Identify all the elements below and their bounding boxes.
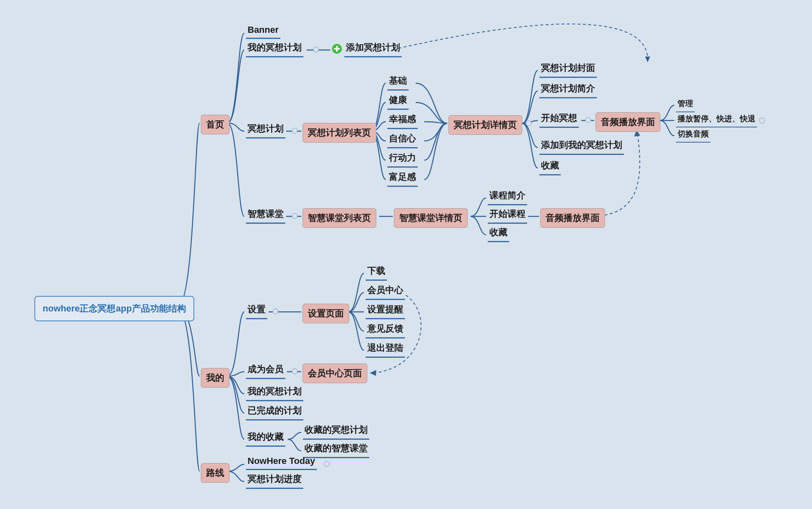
node-cat-basic[interactable]: 基础: [387, 74, 409, 91]
node-cat-confidence[interactable]: 自信心: [387, 132, 418, 148]
node-my-meditation-plan[interactable]: 我的冥想计划: [246, 41, 303, 57]
node-meditation-plan[interactable]: 冥想计划: [246, 122, 285, 139]
expander-icon[interactable]: [273, 309, 278, 314]
expander-icon[interactable]: [759, 118, 765, 123]
node-audio-player-1[interactable]: 音频播放界面: [596, 112, 660, 132]
node-set-reminder[interactable]: 设置提醒: [366, 302, 405, 319]
node-wisdom-class[interactable]: 智慧课堂: [246, 207, 285, 224]
svg-marker-2: [370, 370, 376, 376]
node-home[interactable]: 首页: [201, 115, 230, 134]
node-plan-progress[interactable]: 冥想计划进度: [246, 472, 303, 489]
node-cat-health[interactable]: 健康: [387, 93, 409, 110]
expander-icon[interactable]: [292, 128, 298, 134]
node-class-list[interactable]: 智慧课堂列表页: [303, 208, 376, 228]
expander-icon[interactable]: [292, 368, 298, 374]
node-plan-list[interactable]: 冥想计划列表页: [303, 123, 376, 143]
node-audio-manage[interactable]: 管理: [676, 98, 695, 112]
node-my-plan-2[interactable]: 我的冥想计划: [246, 384, 303, 401]
svg-marker-0: [645, 57, 650, 62]
node-become-vip[interactable]: 成为会员: [246, 362, 285, 379]
expander-icon[interactable]: [526, 120, 532, 126]
node-nowhere-today[interactable]: NowHere Today: [246, 455, 317, 470]
expander-icon[interactable]: [292, 213, 298, 219]
node-cat-wealth[interactable]: 富足感: [387, 170, 418, 187]
node-set-vip[interactable]: 会员中心: [366, 283, 405, 300]
node-course-fav[interactable]: 收藏: [488, 225, 509, 242]
node-vip-page[interactable]: 会员中心页面: [303, 364, 367, 383]
node-set-logout[interactable]: 退出登陆: [366, 341, 405, 358]
node-plan-fav[interactable]: 收藏: [539, 159, 561, 175]
node-fav-plans[interactable]: 收藏的冥想计划: [303, 423, 369, 440]
node-banner[interactable]: Banner: [246, 24, 280, 39]
node-settings-page[interactable]: 设置页面: [303, 304, 349, 323]
node-my-fav[interactable]: 我的收藏: [246, 430, 285, 447]
node-start-course[interactable]: 开始课程: [488, 207, 527, 224]
node-start-meditation[interactable]: 开始冥想: [539, 111, 579, 128]
expander-icon[interactable]: [313, 47, 319, 52]
node-route[interactable]: 路线: [201, 463, 230, 483]
mindmap-canvas: nowhere正念冥想app产品功能结构 首页 我的 路线 Banner 我的冥…: [0, 0, 812, 509]
node-add-meditation-plan[interactable]: 添加冥想计划: [344, 41, 402, 57]
node-cat-action[interactable]: 行动力: [387, 151, 418, 168]
expander-icon[interactable]: [585, 117, 591, 123]
node-done-plan[interactable]: 已完成的计划: [246, 404, 303, 420]
node-set-feedback[interactable]: 意见反馈: [366, 322, 405, 339]
node-set-download[interactable]: 下载: [366, 264, 387, 281]
node-settings[interactable]: 设置: [246, 302, 267, 319]
root-node[interactable]: nowhere正念冥想app产品功能结构: [34, 296, 194, 321]
node-plan-cover[interactable]: 冥想计划封面: [539, 61, 597, 78]
node-course-intro[interactable]: 课程简介: [488, 189, 527, 205]
plus-icon: [332, 44, 342, 54]
node-audio-controls[interactable]: 播放暂停、快进、快退: [676, 113, 757, 127]
expander-icon[interactable]: [324, 461, 330, 467]
node-mine[interactable]: 我的: [201, 368, 230, 388]
node-plan-detail[interactable]: 冥想计划详情页: [448, 115, 522, 135]
node-audio-player-2[interactable]: 音频播放界面: [540, 208, 605, 228]
node-audio-switch[interactable]: 切换音频: [676, 128, 710, 143]
node-add-to-my-plan[interactable]: 添加到我的冥想计划: [539, 138, 624, 155]
node-plan-intro[interactable]: 冥想计划简介: [539, 82, 597, 98]
node-cat-happiness[interactable]: 幸福感: [387, 112, 418, 129]
node-class-detail[interactable]: 智慧课堂详情页: [394, 208, 468, 228]
